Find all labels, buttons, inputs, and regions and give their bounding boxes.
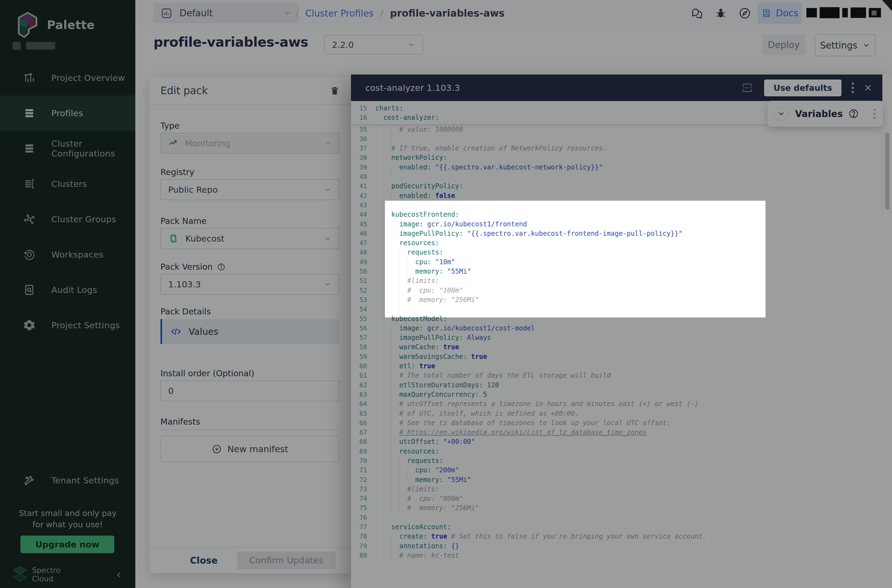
sidebar-item-clusters[interactable]: Clusters [0,166,135,201]
code-line[interactable]: 44 kubecostFrontend: [351,210,882,219]
code-line[interactable]: 43 [351,200,882,210]
page-title: profile-variables-aws [153,34,308,50]
new-manifest-button[interactable]: New manifest [161,436,340,462]
code-line[interactable]: 56 image: gcr.io/kubecost1/cost-model [351,324,882,333]
chevron-down-icon [324,234,332,243]
doc-search-icon [23,284,35,296]
sidebar-footer: Spectro Cloud ‹ [0,560,135,588]
code-line[interactable]: 74 # cpu: "800m" [351,494,882,503]
code-line[interactable]: 69 resources: [351,447,882,456]
code-line[interactable]: 45 image: gcr.io/kubecost1/frontend [351,219,882,229]
help-icon[interactable] [848,108,859,119]
code-line[interactable]: 52 # cpu: "100m" [351,286,882,295]
info-icon[interactable] [217,263,225,271]
code-line[interactable]: 58 warmCache: true [351,342,882,352]
code-line[interactable]: 47 resources: [351,238,882,248]
mouse-cursor [882,0,892,11]
code-line[interactable]: 76 [351,513,882,522]
page-header: profile-variables-aws 2.2.0 Deploy Setti… [135,27,892,63]
code-line[interactable]: 51 #limits: [351,276,882,285]
deploy-button[interactable]: Deploy [762,34,805,55]
sidebar-item-workspaces[interactable]: Workspaces [0,237,135,272]
yaml-editor[interactable]: 15charts:16 cost-analyzer: 35 # value: 1… [351,101,882,588]
code-line[interactable]: 39 enabled: "{{.spectro.var.kubecost-net… [351,163,882,172]
sidebar-item-audit-logs[interactable]: Audit Logs [0,272,135,308]
code-line[interactable]: 70 requests: [351,456,882,465]
chat-icon[interactable] [691,7,703,20]
sidebar-item-tenant-settings[interactable]: Tenant Settings [0,463,135,498]
variables-kebab-icon[interactable] [873,108,876,120]
code-line[interactable]: 73 #limits: [351,484,882,494]
code-line[interactable]: 66 # See the tz database of timezones to… [351,418,882,428]
code-line[interactable]: 71 cpu: "200m" [351,465,882,475]
pack-details-values-tab[interactable]: Values [161,319,340,344]
use-defaults-button[interactable]: Use defaults [764,80,841,96]
sidebar-item-profiles[interactable]: Profiles [0,96,135,131]
code-line[interactable]: 64 # utcOffset represents a timezone in … [351,399,882,409]
code-line[interactable]: 42 enabled: false [351,191,882,200]
code-line[interactable]: 48 requests: [351,248,882,257]
code-line[interactable]: 65 # of UTC, itself, which is defined as… [351,409,882,418]
code-line[interactable]: 80 # name: kc-test [351,551,882,560]
collapse-sidebar-chevron[interactable]: ‹ [116,568,121,580]
project-selector[interactable]: Default [153,3,299,23]
palette-logo: Palette [14,11,95,39]
code-line[interactable]: 36 [351,134,882,144]
code-line[interactable]: 53 # memory: "256Mi" [351,295,882,304]
type-select[interactable]: Monitoring [161,133,340,154]
scrollbar-thumb[interactable] [885,132,889,210]
code-line[interactable]: 61 # The total number of days the ETL st… [351,371,882,380]
sidebar-item-project-overview[interactable]: Project Overview [0,60,135,96]
version-select[interactable]: 2.2.0 [324,35,423,54]
code-line[interactable]: 63 maxQueryConcurrency: 5 [351,390,882,399]
registry-select[interactable]: Public Repo [161,179,340,200]
code-line[interactable]: 79 annotations: {} [351,542,882,551]
code-line[interactable]: 77 serviceAccount: [351,522,882,532]
code-line[interactable]: 50 memory: "55Mi" [351,267,882,276]
settings-button[interactable]: Settings [815,34,875,56]
code-line[interactable]: 41 podSecurityPolicy: [351,182,882,191]
confirm-updates-button[interactable]: Confirm Updates [237,552,336,569]
breadcrumb-cluster-profiles[interactable]: Cluster Profiles [305,8,373,19]
variables-expand-button[interactable] [774,106,788,121]
pack-version-select[interactable]: 1.103.3 [161,274,340,295]
breadcrumb: / Cluster Profiles / profile-variables-a… [296,0,505,27]
code-line[interactable]: 57 imagePullPolicy: Always [351,333,882,342]
line-number: 52 [351,286,367,295]
sidebar-item-cluster-groups[interactable]: Cluster Groups [0,201,135,237]
install-order-input[interactable] [161,380,340,401]
compass-icon[interactable] [739,7,751,20]
sidebar-item-label: Audit Logs [51,285,97,295]
server-icon [23,178,35,190]
editor-scrollbar[interactable] [882,75,892,588]
pack-name-select[interactable]: Kubecost [161,228,340,249]
code-line[interactable]: 37 # If true, enable creation of Network… [351,144,882,153]
delete-pack-icon[interactable] [330,86,340,96]
line-number: 71 [351,465,367,475]
docs-button[interactable]: Docs [758,3,802,24]
close-modal-icon[interactable] [863,83,873,93]
code-line[interactable]: 49 cpu: "10m" [351,257,882,267]
code-line[interactable]: 68 utcOffset: "+00:00" [351,437,882,446]
close-button[interactable]: Close [190,555,218,566]
code-line[interactable]: 38 networkPolicy: [351,153,882,162]
code-line[interactable]: 75 # memory: "256Mi" [351,503,882,513]
code-line[interactable]: 62 etlStoreDurationDays: 120 [351,380,882,390]
line-number: 67 [351,428,367,437]
code-line[interactable]: 54 [351,304,882,314]
code-line[interactable]: 55 kubecostModel: [351,314,882,324]
code-line[interactable]: 40 [351,172,882,182]
code-line[interactable]: 78 create: true # Set this to false if y… [351,532,882,541]
kebab-menu-icon[interactable] [851,81,855,94]
code-line[interactable]: 60 etl: true [351,362,882,371]
upgrade-now-button[interactable]: Upgrade now [20,536,114,553]
bug-icon[interactable] [715,7,727,20]
sidebar-item-project-settings[interactable]: Project Settings [0,308,135,343]
code-line[interactable]: 67 # https://en.wikipedia.org/wiki/List_… [351,428,882,437]
code-line[interactable]: 46 imagePullPolicy: "{{.spectro.var.kube… [351,229,882,238]
sidebar-nav: Project Overview Profiles Cluster Config… [0,60,135,343]
code-line[interactable]: 72 memory: "55Mi" [351,475,882,484]
code-line[interactable]: 59 warmSavingsCache: true [351,352,882,362]
diff-compare-icon[interactable] [741,81,754,94]
sidebar-item-cluster-configurations[interactable]: Cluster Configurations [0,131,135,166]
